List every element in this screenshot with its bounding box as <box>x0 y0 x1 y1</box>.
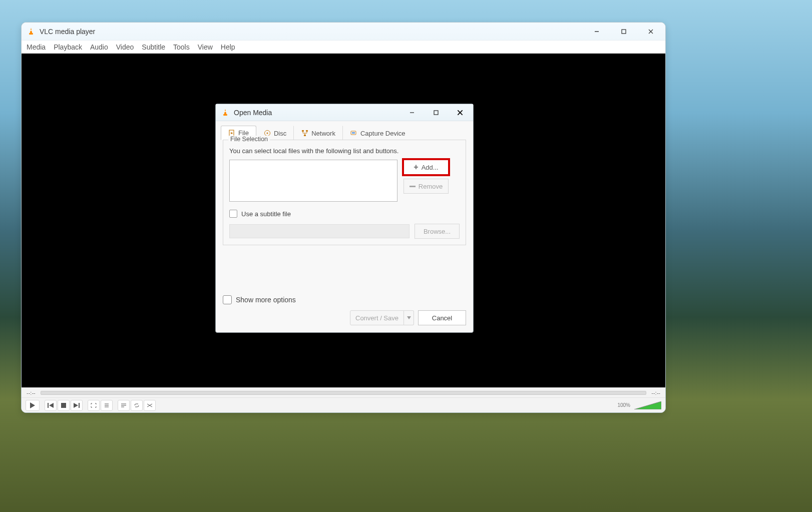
remove-button-label: Remove <box>419 183 443 190</box>
tab-network-label: Network <box>311 130 335 137</box>
svg-rect-1 <box>30 30 33 31</box>
fullscreen-button[interactable] <box>88 400 100 411</box>
file-selection-hint: You can select local files with the foll… <box>229 147 460 155</box>
playlist-button[interactable] <box>118 400 130 411</box>
menu-playback[interactable]: Playback <box>54 43 82 51</box>
menu-subtitle[interactable]: Subtitle <box>142 43 165 51</box>
svg-marker-10 <box>74 403 78 408</box>
dialog-maximize-button[interactable] <box>426 106 446 119</box>
svg-rect-3 <box>622 30 626 34</box>
minimize-button[interactable] <box>585 24 608 39</box>
svg-marker-18 <box>634 401 661 409</box>
next-button[interactable] <box>71 400 83 411</box>
menu-tools[interactable]: Tools <box>173 43 190 51</box>
svg-rect-0 <box>29 33 33 35</box>
browse-button[interactable]: Browse... <box>415 224 460 239</box>
svg-marker-8 <box>49 403 54 408</box>
file-selection-group: File Selection You can select local file… <box>223 140 466 245</box>
menubar: Media Playback Audio Video Subtitle Tool… <box>22 41 665 54</box>
svg-marker-26 <box>231 132 233 134</box>
tab-network[interactable]: Network <box>294 126 343 140</box>
dialog-titlebar: Open Media <box>216 104 473 121</box>
prev-button[interactable] <box>45 400 57 411</box>
svg-rect-31 <box>304 135 306 136</box>
browse-button-label: Browse... <box>424 228 451 235</box>
remove-button[interactable]: Remove <box>403 179 449 194</box>
plus-icon: + <box>414 163 418 171</box>
cancel-button[interactable]: Cancel <box>418 310 466 325</box>
svg-rect-20 <box>224 111 227 112</box>
dialog-title: Open Media <box>234 109 272 117</box>
subtitle-file-field <box>229 224 410 238</box>
shuffle-button[interactable] <box>144 400 156 411</box>
play-button[interactable] <box>26 400 40 411</box>
cancel-button-label: Cancel <box>432 314 452 322</box>
dialog-footer: Convert / Save Cancel <box>216 309 473 332</box>
vlc-cone-icon <box>221 108 230 117</box>
convert-save-dropdown[interactable] <box>404 310 414 325</box>
volume-label: 100% <box>617 402 630 408</box>
svg-rect-19 <box>223 114 227 116</box>
more-options-checkbox[interactable] <box>223 295 232 304</box>
ext-settings-button[interactable] <box>101 400 113 411</box>
more-options-label: Show more options <box>236 296 296 304</box>
menu-media[interactable]: Media <box>27 43 46 51</box>
subtitle-checkbox-label: Use a subtitle file <box>241 210 291 218</box>
network-icon <box>301 130 308 137</box>
menu-help[interactable]: Help <box>221 43 235 51</box>
seek-slider[interactable] <box>41 391 647 395</box>
close-button[interactable] <box>639 24 662 39</box>
dialog-close-button[interactable] <box>450 106 470 119</box>
file-selection-legend: File Selection <box>228 136 270 143</box>
convert-save-button[interactable]: Convert / Save <box>350 310 414 325</box>
stop-button[interactable] <box>58 400 70 411</box>
more-options-row: Show more options <box>216 290 473 309</box>
menu-view[interactable]: View <box>198 43 213 51</box>
svg-marker-6 <box>30 402 35 408</box>
main-title: VLC media player <box>40 28 95 36</box>
svg-rect-30 <box>306 130 308 132</box>
time-elapsed: --:-- <box>27 390 36 396</box>
svg-rect-7 <box>48 403 49 408</box>
time-remaining: --:-- <box>651 390 660 396</box>
volume-slider[interactable] <box>634 401 661 409</box>
svg-point-28 <box>266 133 268 134</box>
svg-marker-34 <box>407 316 411 319</box>
controls-bar: 100% <box>22 397 665 412</box>
tab-capture-label: Capture Device <box>360 130 405 137</box>
convert-save-label: Convert / Save <box>355 314 398 322</box>
subtitle-checkbox[interactable] <box>229 210 237 218</box>
vlc-cone-icon <box>27 27 36 36</box>
maximize-button[interactable] <box>612 24 635 39</box>
minus-icon <box>410 186 416 187</box>
capture-device-icon <box>350 130 357 137</box>
file-list[interactable] <box>229 160 397 202</box>
open-media-dialog: Open Media File Disc Network Capture Dev… <box>215 104 474 333</box>
svg-rect-33 <box>352 132 355 134</box>
svg-rect-9 <box>61 403 66 408</box>
menu-video[interactable]: Video <box>116 43 134 51</box>
tab-disc-label: Disc <box>274 130 286 137</box>
loop-button[interactable] <box>131 400 143 411</box>
add-button[interactable]: + Add... <box>403 160 449 175</box>
menu-audio[interactable]: Audio <box>90 43 108 51</box>
add-button-label: Add... <box>422 164 439 171</box>
tab-capture[interactable]: Capture Device <box>343 126 413 140</box>
svg-rect-29 <box>302 130 304 132</box>
svg-rect-22 <box>434 111 438 115</box>
main-titlebar: VLC media player <box>22 23 665 41</box>
dialog-minimize-button[interactable] <box>402 106 422 119</box>
dialog-body: File Selection You can select local file… <box>216 140 473 290</box>
timebar: --:-- --:-- <box>22 387 665 397</box>
svg-rect-11 <box>79 403 80 408</box>
